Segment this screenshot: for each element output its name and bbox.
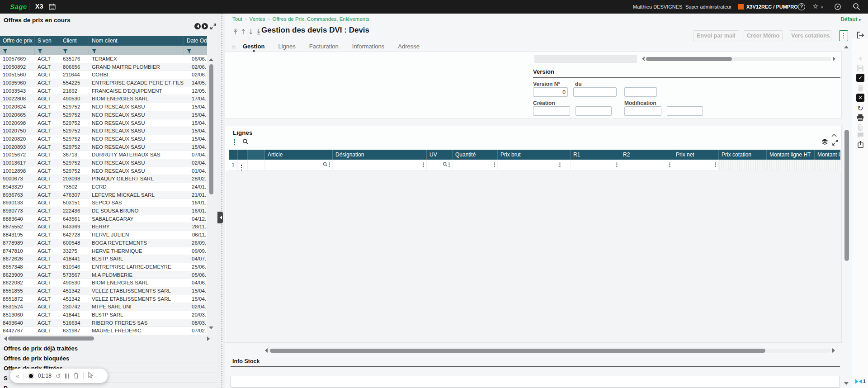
table-row[interactable]: 10013617AGLT529752NEO RESEAUX SASU02/04. — [0, 159, 207, 167]
editable-cell-r2[interactable] — [620, 160, 673, 170]
confirm-icon[interactable]: ✓ — [856, 74, 864, 82]
column-header-prix-brut[interactable]: Prix brut — [498, 150, 563, 160]
previous-record-icon[interactable] — [240, 28, 246, 37]
notification-badge[interactable]: 1 — [855, 379, 866, 384]
version-du-end-field[interactable] — [624, 87, 657, 97]
cell-options-icon[interactable] — [560, 162, 561, 167]
layers-icon[interactable] — [821, 138, 828, 147]
tab-facturation[interactable]: Facturation — [309, 43, 339, 52]
creation-user-field[interactable] — [576, 106, 612, 116]
table-row[interactable]: 8622082AGLT490530BIOM ENERGIES SARL04/06… — [0, 279, 207, 287]
column-header-s-ven[interactable]: S ven — [35, 36, 60, 46]
calendar-icon[interactable] — [49, 3, 56, 12]
main-scroll-left-icon[interactable] — [263, 348, 268, 353]
table-row[interactable]: 10050892AGLT806656GRAND MAITRE PLOMBIER0… — [0, 63, 207, 71]
column-header-montant-ligne-ht[interactable]: Montant ligne HT — [767, 150, 815, 160]
grid-expand-icon[interactable] — [832, 139, 838, 147]
table-row[interactable]: 10057669AGLT635176TERAMEX06/06. — [0, 55, 207, 63]
table-row[interactable]: 10020624AGLT529752NEO RESEAUX SASU15/04. — [0, 103, 207, 111]
cell-options-icon[interactable] — [494, 162, 495, 167]
left-scroll-left-icon[interactable] — [2, 336, 7, 341]
left-horizontal-scrollbar[interactable] — [8, 336, 94, 341]
filter-icon-nom-client[interactable] — [89, 46, 184, 55]
lookup-icon[interactable] — [443, 161, 448, 169]
main-scroll-right-icon[interactable] — [832, 348, 837, 353]
column-header-designation[interactable]: Désignation — [333, 150, 427, 160]
sidebar-section-offres-de-prix-bloquees[interactable]: Offres de prix bloquées — [0, 353, 217, 363]
table-row[interactable]: 10020750AGLT529752NEO RESEAUX SASU15/04. — [0, 127, 207, 135]
editable-cell-r1[interactable] — [571, 160, 620, 170]
table-row[interactable]: 10020893AGLT529752NEO RESEAUX SASU15/04. — [0, 143, 207, 151]
first-record-icon[interactable] — [232, 28, 239, 37]
version-horizontal-scrollbar[interactable] — [646, 57, 732, 61]
panel-expand-icon[interactable] — [210, 23, 216, 31]
favorites-star-icon[interactable]: ☆ — [812, 3, 818, 10]
profile-selector[interactable]: Défaut▾ — [840, 16, 861, 23]
more-actions-button[interactable] — [839, 30, 848, 41]
table-row[interactable]: 8672626AGLT418441BLSTP SARL04/07. — [0, 255, 207, 263]
table-row[interactable]: 8843195AGLT642728HERVE JULIEN06/11. — [0, 231, 207, 239]
left-vertical-scrollbar[interactable] — [209, 64, 213, 194]
recorder-delete-icon[interactable] — [73, 372, 79, 379]
table-row[interactable]: 8513060AGLT418441BLSTP SARL20/03. — [0, 311, 207, 319]
tab-gestion[interactable]: Gestion — [243, 43, 264, 52]
tab-informations[interactable]: Informations — [352, 43, 385, 52]
collapse-section-icon[interactable] — [831, 131, 837, 139]
filter-icon-date-odp[interactable] — [184, 46, 207, 55]
editable-cell-prix-brut[interactable] — [498, 160, 563, 170]
recorder-cursor-icon[interactable] — [88, 372, 94, 380]
row-menu-icon[interactable] — [241, 165, 242, 170]
lignes-search-icon[interactable] — [242, 138, 249, 147]
table-row[interactable]: 8442767AGLT631987MAUREL FREDERIC07/02. — [0, 327, 207, 335]
table-row[interactable]: 10012898AGLT529752NEO RESEAUX SASU01/04. — [0, 167, 207, 175]
recorder-pause-icon[interactable] — [65, 374, 69, 379]
tab-adresse[interactable]: Adresse — [398, 43, 420, 52]
table-row[interactable]: 10022808AGLT490530BIOM ENERGIES SARL17/0… — [0, 95, 207, 103]
breadcrumb-item-offres-de-prix-commandes-enlevements[interactable]: Offres de Prix, Commandes, Enlèvements — [273, 16, 370, 22]
table-row[interactable]: 8930133AGLT503151SEPCO SAS16/01. — [0, 199, 207, 207]
user-name[interactable]: Matthieu DESVIGNES — [633, 4, 682, 9]
main-scroll-up-icon[interactable] — [844, 43, 849, 48]
column-header-offre-de-prix[interactable]: Offre de prix — [0, 36, 35, 46]
lignes-menu-icon[interactable] — [234, 139, 235, 145]
column-header-client[interactable]: Client — [60, 36, 89, 46]
table-row[interactable]: 8943329AGLT73502ECRD24/01. — [0, 183, 207, 191]
action-button-vers-cotations[interactable]: Vers cotations — [790, 30, 831, 41]
modification-date-field[interactable] — [624, 106, 661, 116]
cell-options-icon[interactable] — [449, 162, 450, 167]
editable-cell-designation[interactable] — [333, 160, 427, 170]
main-vertical-scrollbar[interactable] — [844, 130, 849, 261]
table-row[interactable]: 8747810AGLT33275HERVE THERMIQUE09/09. — [0, 247, 207, 256]
table-row[interactable]: 8883640AGLT643561SABALCAGARAY04/12. — [0, 215, 207, 223]
sidebar-section-p[interactable]: P — [0, 383, 217, 388]
column-header-date-odp[interactable]: Date OdP — [184, 36, 207, 46]
tab-lignes[interactable]: Lignes — [278, 43, 295, 52]
environment-label[interactable]: X3V12REC / PUMPRO — [746, 4, 798, 9]
column-header-prix-cotation[interactable]: Prix cotation — [719, 150, 767, 160]
panel-splitter[interactable] — [217, 14, 225, 388]
search-icon[interactable] — [853, 3, 860, 12]
left-scroll-down-icon[interactable] — [209, 326, 213, 331]
cell-options-icon[interactable] — [329, 162, 330, 167]
table-row[interactable]: 8531524AGLT230742MTPE SARL UNI02/04. — [0, 303, 207, 311]
table-row[interactable]: 8551872AGLT451342VELEZ ETABLISSEMENTS SA… — [0, 295, 207, 303]
action-button-creer-memo[interactable]: Créer Mémo — [744, 30, 783, 41]
compass-icon[interactable] — [834, 3, 841, 12]
creation-date-field[interactable] — [533, 106, 570, 116]
editable-cell-quantite[interactable] — [453, 160, 498, 170]
editable-cell-prix-net[interactable] — [673, 160, 719, 170]
help-icon[interactable]: ? — [798, 3, 805, 10]
cell-options-icon[interactable] — [423, 162, 424, 167]
user-role[interactable]: Super administrateur — [685, 4, 731, 9]
refresh-icon[interactable]: ↻ — [856, 104, 864, 112]
table-row[interactable]: 8623909AGLT573567M.A PLOMBERIE05/06. — [0, 271, 207, 279]
column-header-article[interactable]: Article — [265, 150, 333, 160]
editable-cell-uv[interactable] — [427, 160, 453, 170]
table-row[interactable]: 8936763AGLT476307LEFEVRE MICKAEL SARL21/… — [0, 191, 207, 199]
table-row[interactable]: 8875552AGLT643369BERRY28/11. — [0, 223, 207, 231]
left-scroll-right-icon[interactable] — [207, 336, 212, 341]
column-header-prix-net[interactable]: Prix net — [673, 150, 719, 160]
cell-options-icon[interactable] — [670, 162, 670, 167]
table-row[interactable]: 10020820AGLT529752NEO RESEAUX SASU15/04. — [0, 135, 207, 143]
table-row[interactable]: 10033543AGLT21692FRANCAISE D'EQUIPEMENT1… — [0, 87, 207, 95]
